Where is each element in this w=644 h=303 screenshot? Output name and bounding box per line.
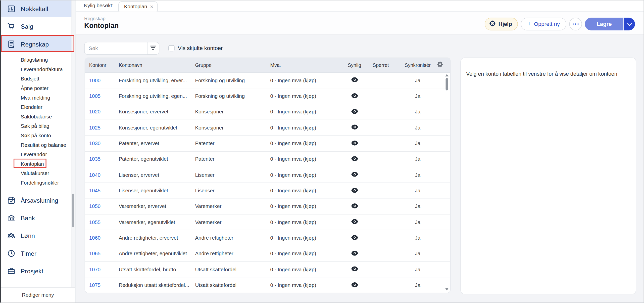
sidebar-subitem-resultat-og-balanse[interactable]: Resultat og balanse <box>1 141 75 150</box>
eye-icon[interactable] <box>351 125 358 131</box>
account-number-link[interactable]: 1020 <box>85 109 119 115</box>
close-icon[interactable]: × <box>150 4 153 10</box>
account-group-cell: Utsatt skattefordel <box>195 282 270 288</box>
account-number-link[interactable]: 1005 <box>85 93 119 99</box>
account-number-link[interactable]: 1000 <box>85 77 119 83</box>
eye-icon[interactable] <box>351 172 358 178</box>
eye-icon[interactable] <box>351 219 358 226</box>
account-group-cell: Patenter <box>195 141 270 146</box>
sidebar-item-timer[interactable]: Timer <box>1 245 75 261</box>
account-number-link[interactable]: 1050 <box>85 204 119 209</box>
visible-cell <box>342 140 367 147</box>
window-bottom-edge <box>0 302 644 303</box>
more-options-button[interactable] <box>569 18 582 30</box>
sidebar-subitem-sok-pa-bilag[interactable]: Søk på bilag <box>1 122 75 131</box>
sidebar-item-nokkeltall[interactable]: Nøkkeltall <box>1 1 75 17</box>
sidebar-subitem-budsjett[interactable]: Budsjett <box>1 74 75 84</box>
scroll-down-arrow-icon[interactable] <box>445 288 449 291</box>
table-row[interactable]: 1045Lisenser, egenutvikletLisenser0 - In… <box>85 183 450 199</box>
filter-icon <box>150 45 157 52</box>
column-header-kontonavn: Kontonavn <box>119 62 195 68</box>
sidebar-item-salg[interactable]: Salg <box>1 18 75 34</box>
save-button[interactable]: Lagre <box>585 18 624 30</box>
sidebar-subitem-bilagsforing[interactable]: Bilagsføring <box>1 56 75 65</box>
eye-icon[interactable] <box>351 109 358 115</box>
eye-icon[interactable] <box>351 140 358 147</box>
sidebar-scrollbar-thumb[interactable] <box>72 194 74 227</box>
account-number-link[interactable]: 1035 <box>85 156 119 162</box>
table-scrollbar-thumb[interactable] <box>445 78 448 91</box>
sidebar-subitem-eiendeler[interactable]: Eiendeler <box>1 103 75 112</box>
account-number-link[interactable]: 1045 <box>85 188 119 194</box>
table-row[interactable]: 1000Forskning og utvikling, erver...Fors… <box>85 73 450 89</box>
table-row[interactable]: 1005Forskning og utvikling, egen...Forsk… <box>85 89 450 104</box>
sidebar-subitem-saldobalanse[interactable]: Saldobalanse <box>1 112 75 122</box>
eye-icon[interactable] <box>351 188 358 194</box>
scroll-up-arrow-icon[interactable] <box>445 74 449 76</box>
save-dropdown-button[interactable] <box>623 18 635 30</box>
table-row[interactable]: 1030Patenter, ervervetPatenter0 - Ingen … <box>85 136 450 152</box>
help-button[interactable]: Hjelp <box>484 18 518 30</box>
table-row[interactable]: 1020Konsesjoner, ervervetKonsesjoner0 - … <box>85 104 450 120</box>
table-row[interactable]: 1075Reduksjon utsatt skattefordel...Utsa… <box>85 278 450 293</box>
account-number-link[interactable]: 1075 <box>85 282 119 288</box>
sidebar-subitem-leverandor[interactable]: Leverandør <box>1 150 75 160</box>
table-row[interactable]: 1065Andre rettigheter, egenutvikletAndre… <box>85 246 450 262</box>
account-number-link[interactable]: 1030 <box>85 141 119 146</box>
create-new-button[interactable]: + Opprett ny <box>521 18 566 30</box>
sidebar-subitem-valutakurser[interactable]: Valutakurser <box>1 169 75 179</box>
table-row[interactable]: 1055Varemerker, egenutvikletVaremerker0 … <box>85 214 450 230</box>
account-number-link[interactable]: 1055 <box>85 219 119 225</box>
header-actions: Hjelp + Opprett ny Lagre <box>484 18 635 30</box>
show-hidden-accounts-checkbox[interactable] <box>168 45 175 52</box>
column-settings-button[interactable] <box>437 58 443 72</box>
account-number-link[interactable]: 1040 <box>85 172 119 178</box>
sidebar-subitem-kontoplan[interactable]: Kontoplan <box>1 159 75 169</box>
table-scrollbar[interactable] <box>444 73 450 291</box>
help-button-label: Hjelp <box>499 21 512 27</box>
eye-icon[interactable] <box>351 203 358 210</box>
sidebar-item-label: Årsavslutning <box>21 197 58 204</box>
eye-icon[interactable] <box>351 156 358 162</box>
account-number-link[interactable]: 1025 <box>85 125 119 131</box>
accounts-table: KontonrKontonavnGruppeMva.SynligSperretS… <box>85 58 451 293</box>
tab-kontoplan[interactable]: Kontoplan × <box>118 1 158 12</box>
search-input[interactable] <box>84 42 147 55</box>
account-group-cell: Konsesjoner <box>195 109 270 115</box>
sidebar: NøkkeltallSalgRegnskap BilagsføringLever… <box>1 1 75 302</box>
sidebar-item-prosjekt[interactable]: Prosjekt <box>1 263 75 279</box>
sidebar-subitem-apne-poster[interactable]: Åpne poster <box>1 84 75 93</box>
eye-icon[interactable] <box>351 267 358 273</box>
table-row[interactable]: 1050Varemerker, ervervetVaremerker0 - In… <box>85 199 450 215</box>
sidebar-subitem-fordelingsnokler[interactable]: Fordelingsnøkler <box>1 178 75 188</box>
filter-button[interactable] <box>147 42 159 55</box>
account-number-link[interactable]: 1060 <box>85 235 119 241</box>
edit-menu-button[interactable]: Rediger meny <box>1 287 75 302</box>
eye-icon[interactable] <box>351 77 358 84</box>
sidebar-item-bank[interactable]: Bank <box>1 210 75 226</box>
table-row[interactable]: 1040Lisenser, ervervetLisenser0 - Ingen … <box>85 167 450 183</box>
sidebar-item-arsavslutning[interactable]: Årsavslutning <box>1 192 75 208</box>
eye-icon[interactable] <box>351 251 358 257</box>
visible-cell <box>342 251 367 257</box>
account-number-link[interactable]: 1070 <box>85 267 119 273</box>
table-row[interactable]: 1035Patenter, egenutvikletPatenter0 - In… <box>85 152 450 167</box>
sidebar-subitem-leverandorfaktura[interactable]: Leverandørfaktura <box>1 65 75 74</box>
account-number-link[interactable]: 1065 <box>85 251 119 257</box>
eye-icon[interactable] <box>351 235 358 241</box>
sidebar-subitem-sok-pa-konto[interactable]: Søk på konto <box>1 131 75 141</box>
eye-icon[interactable] <box>351 282 358 288</box>
sidebar-item-regnskap[interactable]: Regnskap <box>1 36 75 52</box>
sidebar-subitem-mva-melding[interactable]: Mva-melding <box>1 93 75 103</box>
table-row[interactable]: 1070Utsatt skattefordel, bruttoUtsatt sk… <box>85 262 450 278</box>
table-row[interactable]: 1060Andre rettigheter, ervervetAndre ret… <box>85 230 450 246</box>
vat-cell: 0 - Ingen mva (kjøp) <box>270 156 342 162</box>
sidebar-item-lonn[interactable]: Lønn <box>1 227 75 244</box>
sidebar-scrollbar-track[interactable] <box>71 1 75 287</box>
visible-cell <box>342 93 367 99</box>
column-header-synlig: Synlig <box>342 62 367 68</box>
synced-cell: Ja <box>395 267 441 273</box>
vat-cell: 0 - Ingen mva (kjøp) <box>270 267 342 273</box>
table-row[interactable]: 1025Konsesjoner, egenutvikletKonsesjoner… <box>85 120 450 136</box>
eye-icon[interactable] <box>351 93 358 99</box>
